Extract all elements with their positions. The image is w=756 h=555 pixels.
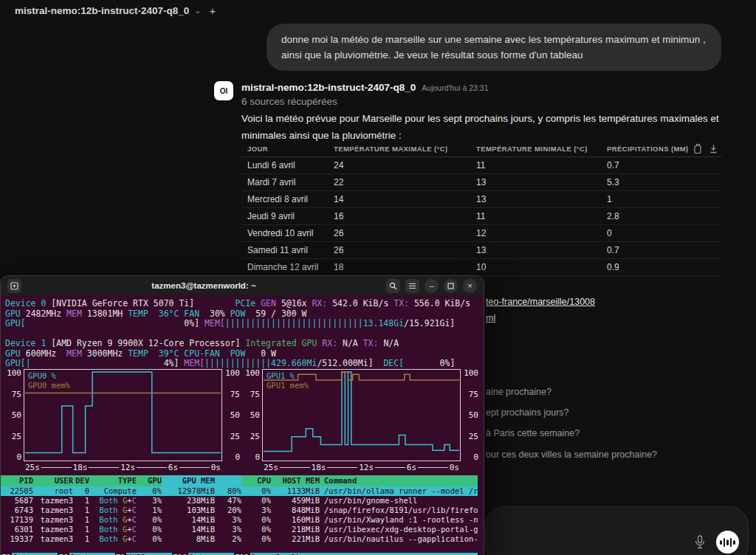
maximize-icon xyxy=(447,283,454,289)
table-cell: 22 xyxy=(334,177,476,187)
gpu-graph-panel-1: 1007550250GPU1 %GPU1 mem%100755025025s18… xyxy=(242,369,481,474)
proc-host-mem: 218MiB xyxy=(271,525,320,534)
proc-user: tazmen3 xyxy=(33,525,73,534)
proc-type: Both G+C xyxy=(89,496,137,506)
table-cell: 2.8 xyxy=(607,211,722,221)
proc-user: tazmen3 xyxy=(33,496,73,506)
dictate-button[interactable] xyxy=(692,534,708,550)
source-link[interactable]: teo-france/marseille/13008 xyxy=(486,297,595,307)
terminal-body[interactable]: Device 0 [NVIDIA GeForce RTX 5070 Ti] PC… xyxy=(1,295,484,555)
source-link[interactable]: ml xyxy=(486,313,495,323)
terminal-line: GPU[ 0%] MEM[|||||||||||||||||||||||||||… xyxy=(5,319,484,329)
terminal-menu-button[interactable] xyxy=(405,279,419,293)
chevron-down-icon[interactable]: ⌄ xyxy=(194,6,201,15)
col-header-jour: JOUR xyxy=(241,145,334,153)
proc-gpu-mem: 12978MiB xyxy=(162,486,215,496)
proc-type: Both G+C xyxy=(89,515,137,525)
table-cell: Dimanche 12 avril xyxy=(241,262,334,272)
table-row: Dimanche 12 avril18100.9 xyxy=(241,259,722,276)
new-tab-button[interactable] xyxy=(7,279,21,293)
y-axis-labels-right: 1007550250 xyxy=(461,369,481,461)
proc-cpu-pct: 0% xyxy=(241,525,271,534)
followup-suggestion[interactable]: aine prochaine? xyxy=(486,387,551,397)
proc-gpu-pct: 0% xyxy=(137,534,162,544)
table-cell: 14 xyxy=(334,194,476,204)
waveform-icon xyxy=(720,538,735,547)
terminal-line: Device 1 [AMD Ryzen 9 9900X 12-Core Proc… xyxy=(5,339,484,349)
table-row: Lundi 6 avril24110.7 xyxy=(241,157,722,174)
table-cell: 24 xyxy=(334,160,476,170)
x-axis-labels: 25s18s12s6s0s xyxy=(24,461,222,474)
table-row: Samedi 11 avril26130.7 xyxy=(241,242,722,259)
new-chat-button[interactable]: + xyxy=(210,4,216,17)
proc-host-mem: 1133MiB xyxy=(271,486,320,496)
proc-gpu-mem: 14MiB xyxy=(162,525,215,534)
proc-gpu-mem-pct: 20% xyxy=(215,506,241,515)
table-cell: 16 xyxy=(334,211,476,221)
y-axis-labels: 1007550250 xyxy=(4,369,24,461)
copy-table-icon[interactable] xyxy=(694,144,702,154)
proc-pid: 22505 xyxy=(1,486,33,496)
process-row[interactable]: 19337tazmen31Both G+C0%8MiB2%0%221MiB/us… xyxy=(1,534,478,544)
terminal-titlebar[interactable]: tazmen3@tazmenworld: ~ – × xyxy=(1,276,484,295)
proc-col-header[interactable]: DEV xyxy=(73,475,89,486)
table-cell: 0.7 xyxy=(607,245,722,255)
proc-gpu-pct: 3% xyxy=(137,496,162,506)
user-message-bubble: donne moi la météo de marseille sur une … xyxy=(267,24,721,71)
process-row[interactable]: 17139tazmen31Both G+C0%14MiB3%0%160MiB/u… xyxy=(1,515,478,525)
close-button[interactable]: × xyxy=(463,279,477,293)
minimize-button[interactable]: – xyxy=(425,279,439,293)
legend-entry: GPU0 % xyxy=(28,371,70,381)
download-table-icon[interactable] xyxy=(709,144,718,154)
proc-col-header[interactable]: HOST MEM xyxy=(271,475,320,486)
proc-col-header[interactable]: GPU MEM xyxy=(162,475,215,486)
proc-pid: 5687 xyxy=(1,496,33,506)
proc-type: Both G+C xyxy=(89,525,137,534)
proc-gpu-pct: 0% xyxy=(137,486,162,496)
graph-plot-area: GPU0 %GPU0 mem% xyxy=(24,369,222,461)
proc-col-header[interactable]: CPU xyxy=(241,475,271,486)
assistant-intro-text: Voici la météo prévue pour Marseille pou… xyxy=(241,110,725,144)
proc-col-header[interactable]: USER xyxy=(33,475,73,486)
proc-command: /usr/bin/gnome-shell xyxy=(320,496,478,506)
proc-col-header[interactable]: GPU xyxy=(137,475,162,486)
terminal-title: tazmen3@tazmenworld: ~ xyxy=(27,281,381,290)
proc-gpu-mem-pct: 80% xyxy=(215,486,241,496)
followup-suggestion[interactable]: ept prochains jours? xyxy=(486,407,569,418)
proc-dev: 1 xyxy=(73,496,89,506)
process-row[interactable]: 5687tazmen31Both G+C3%238MiB47%0%459MiB/… xyxy=(1,496,478,506)
proc-cpu-pct: 0% xyxy=(241,534,271,544)
terminal-search-button[interactable] xyxy=(386,279,400,293)
process-row[interactable]: 6301tazmen31Both G+C0%14MiB3%0%218MiB/us… xyxy=(1,525,478,534)
voice-call-button[interactable] xyxy=(716,531,739,554)
sources-toggle[interactable]: 6 sources récupérées xyxy=(241,96,337,107)
col-header-precipitations: PRÉCIPITATIONS (MM) xyxy=(607,145,689,153)
proc-col-header[interactable] xyxy=(215,475,241,486)
process-table: PIDUSERDEVTYPEGPUGPU MEMCPUHOST MEMComma… xyxy=(1,475,478,544)
model-selector[interactable]: mistral-nemo:12b-instruct-2407-q8_0 xyxy=(15,5,189,16)
proc-pid: 6743 xyxy=(1,506,33,515)
process-row[interactable]: 6743tazmen31Both G+C1%103MiB20%3%848MiB/… xyxy=(1,506,478,515)
proc-gpu-mem: 238MiB xyxy=(162,496,215,506)
message-input[interactable] xyxy=(485,506,749,555)
proc-pid: 6301 xyxy=(1,525,33,534)
proc-pid: 17139 xyxy=(1,515,33,525)
table-cell: Samedi 11 avril xyxy=(241,245,334,255)
table-cell: 12 xyxy=(476,228,607,238)
proc-user: root xyxy=(33,486,73,496)
terminal-line: GPU 600MHz MEM 3000MHz TEMP 39°C CPU-FAN… xyxy=(5,349,484,359)
table-cell: 1 xyxy=(607,194,722,204)
table-cell: 0.7 xyxy=(607,160,722,170)
followup-suggestion[interactable]: our ces deux villes la semaine prochaine… xyxy=(486,449,657,460)
table-cell: 11 xyxy=(476,211,607,221)
proc-dev: 1 xyxy=(73,525,89,534)
proc-col-header[interactable]: PID xyxy=(1,475,33,486)
proc-col-header[interactable]: TYPE xyxy=(89,475,137,486)
proc-dev: 0 xyxy=(73,486,89,496)
proc-col-header[interactable]: Command xyxy=(320,475,478,486)
maximize-button[interactable] xyxy=(444,279,458,293)
followup-suggestion[interactable]: à Paris cette semaine? xyxy=(486,428,580,438)
process-row[interactable]: 22505root0Compute0%12978MiB80%0%1133MiB/… xyxy=(1,486,478,496)
app-header: mistral-nemo:12b-instruct-2407-q8_0 ⌄ + xyxy=(0,0,756,21)
proc-cpu-pct: 3% xyxy=(241,506,271,515)
